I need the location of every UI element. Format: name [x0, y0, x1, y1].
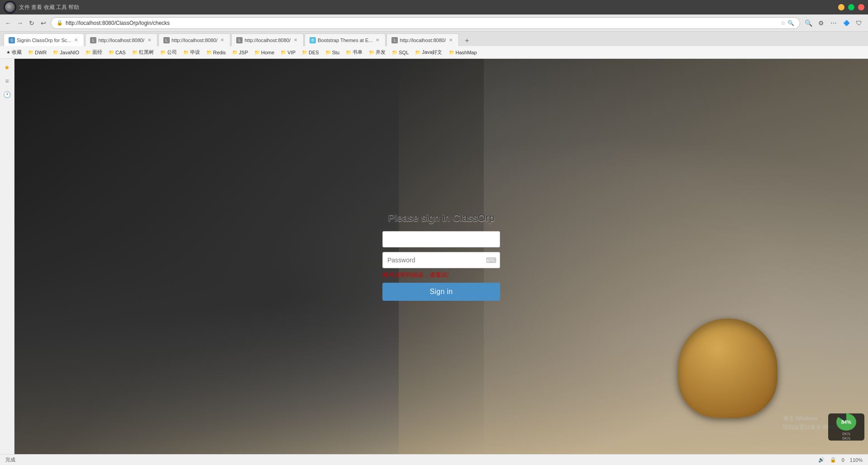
new-tab-btn[interactable]: +	[462, 35, 472, 46]
title-bar-right	[838, 4, 864, 10]
bookmark-redis-label: Redis	[213, 50, 226, 55]
bookmark-company[interactable]: 📁 公司	[157, 48, 180, 57]
sidebar-left: ★ ≡ 🕐	[0, 59, 14, 454]
lock-icon: 🔒	[57, 20, 63, 26]
status-bar: 完成 🔊 🔒 0 110%	[0, 454, 868, 465]
folder-javanio-icon: 📁	[53, 50, 58, 55]
security-icon[interactable]: 🔒	[830, 457, 836, 463]
password-toggle-icon[interactable]: ⌨	[486, 256, 496, 265]
sidebar-star[interactable]: ★	[2, 62, 12, 72]
tab-2[interactable]: L http://localhost:8080/ ✕	[85, 33, 157, 46]
more-btn[interactable]: ⋯	[828, 18, 839, 28]
nav-right-icons: 🔍 ⚙ ⋯ 🔷 🛡	[803, 18, 864, 28]
bookmark-mianjing[interactable]: 📁 面经	[83, 48, 105, 57]
tab-5-close[interactable]: ✕	[374, 37, 381, 43]
tab-3-favicon: L	[163, 37, 170, 43]
window-controls	[838, 4, 864, 10]
bookmark-home[interactable]: 📁 Home	[252, 49, 277, 56]
tab-4-label: http://localhost:8080/	[244, 38, 291, 43]
folder-jsp-icon: 📁	[232, 50, 238, 55]
folder-javaart-icon: 📁	[415, 50, 420, 55]
title-bar-menu[interactable]: 文件 查看 收藏 工具 帮助	[19, 4, 79, 11]
folder-redblack-icon: 📁	[132, 50, 138, 55]
tab-1[interactable]: S Signin ClassOrp for Sc... ✕	[4, 33, 84, 46]
tab-1-favicon: S	[9, 37, 15, 43]
username-input[interactable]	[382, 231, 500, 247]
bookmark-dwr-label: DWR	[35, 50, 47, 55]
folder-mianjing-icon: 📁	[86, 50, 91, 55]
bookmark-redis[interactable]: 📁 Redis	[204, 49, 229, 56]
tab-1-close[interactable]: ✕	[73, 37, 79, 43]
volume-icon[interactable]: 🔊	[818, 457, 825, 463]
bookmark-home-label: Home	[261, 50, 274, 55]
tab-2-close[interactable]: ✕	[146, 37, 153, 43]
forward-btn[interactable]: →	[15, 19, 24, 28]
bookmark-redblack-label: 红黑树	[139, 49, 154, 56]
bookmark-jsp-label: JSP	[239, 50, 248, 55]
zoom-level[interactable]: 110%	[850, 457, 863, 463]
bookmark-cas-label: CAS	[115, 50, 126, 55]
maximize-btn[interactable]	[848, 4, 854, 10]
title-bar: 文件 查看 收藏 工具 帮助	[0, 0, 868, 14]
bookmark-javanio[interactable]: 📁 JavaNIO	[50, 49, 82, 56]
folder-vip-icon: 📁	[281, 50, 286, 55]
settings-btn[interactable]: ⚙	[816, 18, 826, 28]
bookmark-stu-label: Stu	[332, 50, 340, 55]
net-download: 0K/s	[842, 436, 850, 441]
bookmark-favorites[interactable]: ★ 收藏	[4, 48, 24, 57]
sign-in-button[interactable]: Sign in	[382, 283, 500, 301]
status-text: 完成	[5, 456, 15, 463]
search-btn[interactable]: 🔍	[803, 18, 814, 28]
minimize-btn[interactable]	[838, 4, 844, 10]
sidebar-menu[interactable]: ≡	[2, 76, 12, 86]
bookmark-jsp[interactable]: 📁 JSP	[229, 49, 251, 56]
bookmark-redblack[interactable]: 📁 红黑树	[129, 48, 157, 57]
back-btn[interactable]: ←	[4, 19, 13, 28]
folder-sql-icon: 📁	[392, 50, 397, 55]
bookmark-concur[interactable]: 📁 并发	[366, 48, 388, 57]
error-message: 账号或密码错误，请重试!	[382, 271, 500, 279]
tab-5-favicon: B	[310, 37, 316, 43]
tab-6-close[interactable]: ✕	[448, 37, 454, 43]
password-input[interactable]	[382, 252, 500, 268]
browser-logo-inner	[5, 2, 15, 12]
stop-btn[interactable]: ↩	[39, 19, 48, 28]
bookmark-stu[interactable]: 📁 Stu	[323, 49, 343, 56]
extension-btn[interactable]: 🔷	[841, 18, 852, 28]
shield-btn[interactable]: 🛡	[854, 18, 864, 28]
bookmark-cas[interactable]: 📁 CAS	[106, 49, 129, 56]
folder-redis-icon: 📁	[206, 50, 212, 55]
bookmark-booklist[interactable]: 📁 书单	[343, 48, 365, 57]
tab-4[interactable]: L http://localhost:8080/ ✕	[231, 33, 304, 46]
bookmark-sql[interactable]: 📁 SQL	[389, 49, 411, 56]
tab-bar: S Signin ClassOrp for Sc... ✕ L http://l…	[0, 32, 868, 46]
tab-3-label: http://localhost:8080/	[172, 38, 218, 43]
browser-window: 文件 查看 收藏 工具 帮助 ← → ↻ ↩ 🔒 ☆ 🔍 🔍 ⚙ ⋯	[0, 0, 868, 465]
folder-dwr-icon: 📁	[28, 50, 33, 55]
bookmark-byshe[interactable]: 📁 毕设	[181, 48, 203, 57]
bookmark-vip[interactable]: 📁 VIP	[278, 49, 298, 56]
net-circle: 84%	[836, 413, 856, 431]
bookmark-javaart[interactable]: 📁 Java好文	[412, 48, 445, 57]
browser-logo	[4, 1, 16, 14]
title-bar-left: 文件 查看 收藏 工具 帮助	[4, 1, 79, 14]
tab-6[interactable]: L http://localhost:8080/ ✕	[386, 33, 459, 46]
close-btn[interactable]	[858, 4, 864, 10]
search-addr-icon[interactable]: 🔍	[787, 20, 794, 26]
bookmark-des[interactable]: 📁 DES	[299, 49, 322, 56]
address-input[interactable]	[66, 20, 778, 26]
tab-3-close[interactable]: ✕	[219, 37, 225, 43]
tab-4-close[interactable]: ✕	[292, 37, 299, 43]
tab-3[interactable]: L http://localhost:8080/ ✕	[158, 33, 231, 46]
address-bar[interactable]: 🔒 ☆ 🔍	[51, 17, 800, 29]
bookmark-concur-label: 并发	[376, 49, 386, 56]
address-bar-icons: ☆ 🔍	[781, 20, 794, 26]
bookmark-hashmap[interactable]: 📁 HashMap	[446, 49, 480, 56]
folder-byshe-icon: 📁	[183, 50, 189, 55]
tab-5[interactable]: B Bootstrap Themes at E... ✕	[305, 33, 386, 46]
bookmark-dwr[interactable]: 📁 DWR	[25, 49, 49, 56]
star-addr-icon[interactable]: ☆	[781, 20, 786, 26]
sidebar-history[interactable]: 🕐	[2, 90, 12, 100]
bookmark-hashmap-label: HashMap	[456, 50, 477, 55]
refresh-btn[interactable]: ↻	[27, 19, 36, 28]
